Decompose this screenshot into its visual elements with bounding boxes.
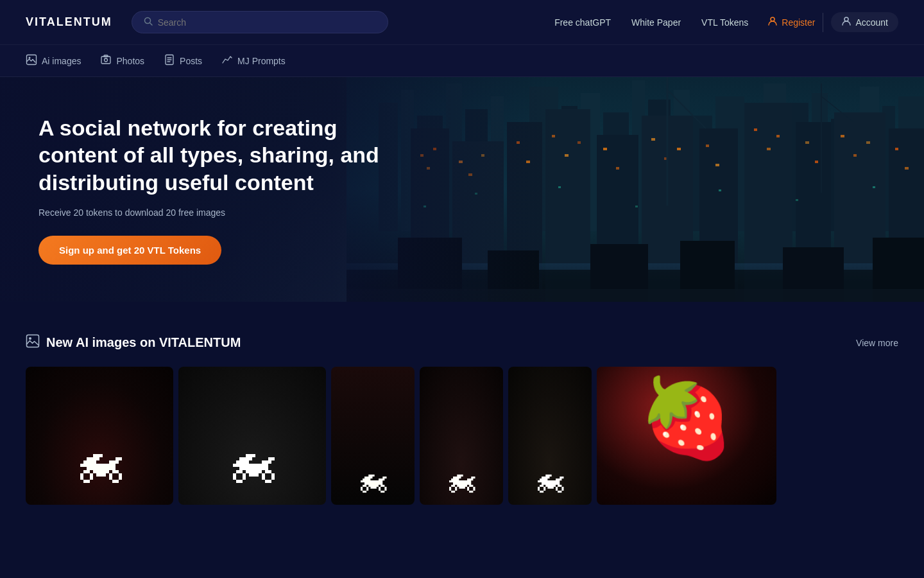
sub-nav-posts[interactable]: Posts <box>164 54 202 67</box>
section-image-icon <box>26 334 40 351</box>
svg-point-2 <box>771 17 774 21</box>
svg-rect-65 <box>706 144 709 147</box>
sub-nav-ai-images-label: Ai images <box>42 56 81 66</box>
svg-rect-68 <box>767 148 771 150</box>
svg-rect-75 <box>895 148 898 150</box>
svg-rect-69 <box>776 135 780 137</box>
image-card-4[interactable] <box>420 367 503 505</box>
image-icon <box>26 54 37 67</box>
svg-point-3 <box>844 17 848 21</box>
svg-rect-60 <box>603 148 607 150</box>
account-button[interactable]: Account <box>831 12 898 32</box>
nav-divider <box>823 13 823 32</box>
svg-rect-67 <box>754 128 757 131</box>
view-more-link[interactable]: View more <box>856 338 898 348</box>
svg-line-1 <box>150 23 152 26</box>
svg-rect-73 <box>853 154 857 157</box>
svg-rect-80 <box>635 206 638 207</box>
svg-rect-71 <box>815 161 818 163</box>
image-card-6[interactable] <box>597 367 776 505</box>
svg-point-98 <box>29 337 31 340</box>
ai-images-section: New AI images on VITALENTUM View more <box>0 302 924 524</box>
svg-rect-58 <box>565 154 569 157</box>
sub-nav-mj-prompts-label: MJ Prompts <box>237 56 286 66</box>
search-icon <box>144 17 153 28</box>
user-icon-register <box>767 16 778 28</box>
nav-link-free-chatgpt[interactable]: Free chatGPT <box>554 17 611 28</box>
sub-navbar: Ai images Photos Posts <box>0 45 924 77</box>
svg-rect-79 <box>558 186 561 188</box>
hero-subtitle: Receive 20 tokens to download 20 free im… <box>38 207 398 218</box>
account-label: Account <box>855 17 888 28</box>
image-card-5[interactable] <box>508 367 592 505</box>
sub-nav-posts-label: Posts <box>180 56 202 66</box>
search-bar[interactable] <box>132 11 388 33</box>
svg-rect-62 <box>651 138 655 141</box>
section-header: New AI images on VITALENTUM View more <box>26 334 898 351</box>
sub-nav-photos[interactable]: Photos <box>100 54 144 67</box>
section-title-text: New AI images on VITALENTUM <box>46 335 241 350</box>
register-button[interactable]: Register <box>767 16 815 28</box>
hero-title: A social network for creating content of… <box>38 114 398 197</box>
image-card-3[interactable] <box>331 367 415 505</box>
logo: VITALENTUM <box>26 15 112 29</box>
user-icon-account <box>841 16 851 28</box>
nav-link-vtl-tokens[interactable]: VTL Tokens <box>701 17 748 28</box>
svg-rect-59 <box>578 141 581 144</box>
sub-nav-photos-label: Photos <box>116 56 144 66</box>
hero-cta-button[interactable]: Sign up and get 20 VTL Tokens <box>38 236 221 265</box>
chart-icon <box>221 54 233 67</box>
svg-rect-72 <box>841 135 844 137</box>
nav-links: Free chatGPT White Paper VTL Tokens <box>554 17 748 28</box>
svg-point-7 <box>105 58 108 62</box>
ai-images-grid <box>26 367 898 505</box>
svg-rect-64 <box>677 148 681 150</box>
svg-point-5 <box>29 57 31 59</box>
svg-rect-6 <box>101 57 110 64</box>
nav-link-white-paper[interactable]: White Paper <box>631 17 681 28</box>
hero-section: A social network for creating content of… <box>0 77 924 302</box>
nav-auth: Register Account <box>767 12 898 32</box>
svg-rect-83 <box>873 186 875 188</box>
section-title: New AI images on VITALENTUM <box>26 334 241 351</box>
svg-rect-66 <box>715 164 719 166</box>
svg-rect-82 <box>796 199 798 201</box>
photo-icon <box>100 54 112 67</box>
navbar: VITALENTUM Free chatGPT White Paper VTL … <box>0 0 924 45</box>
image-card-2[interactable] <box>178 367 326 505</box>
register-label: Register <box>782 17 815 28</box>
image-card-1[interactable] <box>26 367 173 505</box>
hero-content: A social network for creating content of… <box>0 82 436 297</box>
svg-rect-76 <box>905 167 909 170</box>
svg-rect-74 <box>866 141 870 144</box>
svg-rect-8 <box>104 55 108 57</box>
sub-nav-ai-images[interactable]: Ai images <box>26 54 81 67</box>
document-icon <box>164 54 175 67</box>
svg-rect-81 <box>719 189 721 191</box>
svg-rect-97 <box>27 335 39 347</box>
sub-nav-mj-prompts[interactable]: MJ Prompts <box>221 54 286 67</box>
svg-rect-70 <box>805 141 809 144</box>
svg-rect-61 <box>616 167 619 170</box>
search-input[interactable] <box>158 17 376 28</box>
